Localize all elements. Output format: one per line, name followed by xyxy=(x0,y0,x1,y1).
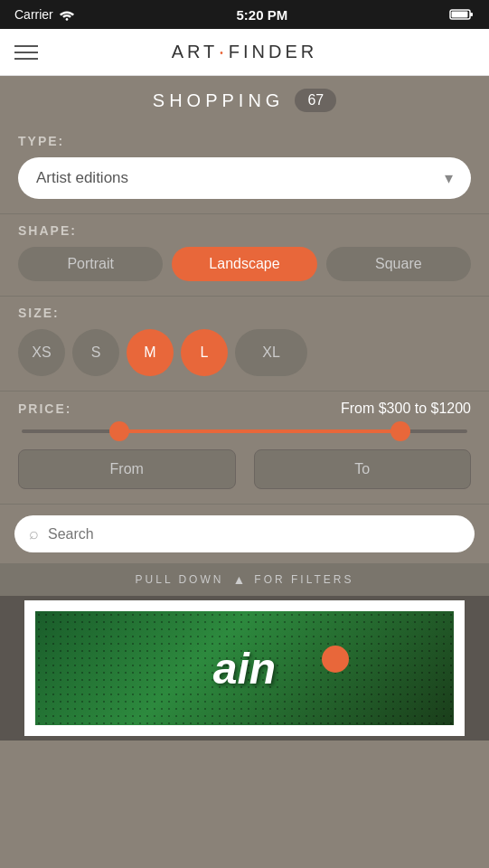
slider-thumb-max[interactable] xyxy=(390,421,410,441)
svg-rect-3 xyxy=(451,12,467,18)
artwork-text: ain xyxy=(213,644,276,693)
price-inputs: From To xyxy=(18,449,471,489)
carrier-label: Carrier xyxy=(14,7,53,22)
shape-button-group: Portrait Landscape Square xyxy=(18,247,471,281)
header: ART•FINDER xyxy=(0,29,489,76)
shape-landscape-button[interactable]: Landscape xyxy=(172,247,316,281)
status-right xyxy=(449,8,475,21)
search-input[interactable] xyxy=(48,526,460,542)
pull-down-right-text: FOR FILTERS xyxy=(254,573,353,586)
slider-thumb-min[interactable] xyxy=(109,421,129,441)
price-label: PRICE: xyxy=(18,401,71,416)
size-l-button[interactable]: L xyxy=(181,329,228,376)
svg-point-0 xyxy=(65,18,68,21)
status-bar: Carrier 5:20 PM xyxy=(0,0,489,29)
price-header: PRICE: From $300 to $1200 xyxy=(18,401,471,417)
type-dropdown[interactable]: Artist editions ▾ xyxy=(18,157,471,199)
slider-track xyxy=(22,429,467,433)
type-label: TYPE: xyxy=(18,134,471,148)
shopping-title: SHOPPING xyxy=(153,90,285,111)
type-section: TYPE: Artist editions ▾ xyxy=(0,125,489,213)
price-section: PRICE: From $300 to $1200 From To xyxy=(0,392,489,504)
size-s-button[interactable]: S xyxy=(72,329,119,376)
size-xs-button[interactable]: XS xyxy=(18,329,65,376)
logo-right: FINDER xyxy=(229,42,317,61)
pull-down-arrow-icon: ▲ xyxy=(232,572,245,587)
slider-fill xyxy=(119,429,400,433)
size-button-group: XS S M L XL xyxy=(18,329,471,376)
price-range-display: From $300 to $1200 xyxy=(341,401,471,417)
search-bar: ⌕ xyxy=(14,515,475,552)
price-to-button[interactable]: To xyxy=(254,449,472,489)
artwork-frame: ain xyxy=(24,600,465,736)
logo-dot: • xyxy=(220,48,227,58)
status-left: Carrier xyxy=(14,7,75,22)
price-from-button[interactable]: From xyxy=(18,449,236,489)
logo-left: ART xyxy=(172,42,219,61)
search-icon: ⌕ xyxy=(29,524,39,543)
size-m-button[interactable]: M xyxy=(127,329,174,376)
shopping-banner: SHOPPING 67 xyxy=(0,76,489,125)
shape-label: SHAPE: xyxy=(18,223,471,238)
price-slider[interactable] xyxy=(18,429,471,433)
shape-portrait-button[interactable]: Portrait xyxy=(18,247,163,281)
artwork-dot xyxy=(322,646,349,673)
shape-square-button[interactable]: Square xyxy=(326,247,471,281)
shape-section: SHAPE: Portrait Landscape Square xyxy=(0,214,489,296)
pull-down-left-text: PULL DOWN xyxy=(136,573,224,586)
svg-rect-2 xyxy=(470,13,473,16)
battery-icon xyxy=(449,8,475,21)
type-selected-value: Artist editions xyxy=(36,169,128,187)
app-logo: ART•FINDER xyxy=(172,42,318,62)
artwork-background: ain xyxy=(35,611,454,725)
size-label: SIZE: xyxy=(18,306,471,320)
shopping-count-badge: 67 xyxy=(295,89,336,112)
status-time: 5:20 PM xyxy=(237,7,288,23)
dropdown-arrow-icon: ▾ xyxy=(445,168,453,188)
hamburger-menu-button[interactable] xyxy=(14,45,38,60)
search-section: ⌕ xyxy=(0,504,489,563)
wifi-icon xyxy=(59,8,75,21)
artwork-area: ain xyxy=(0,596,489,741)
size-section: SIZE: XS S M L XL xyxy=(0,297,489,391)
size-xl-button[interactable]: XL xyxy=(235,329,307,376)
pull-down-bar[interactable]: PULL DOWN ▲ FOR FILTERS xyxy=(0,563,489,596)
